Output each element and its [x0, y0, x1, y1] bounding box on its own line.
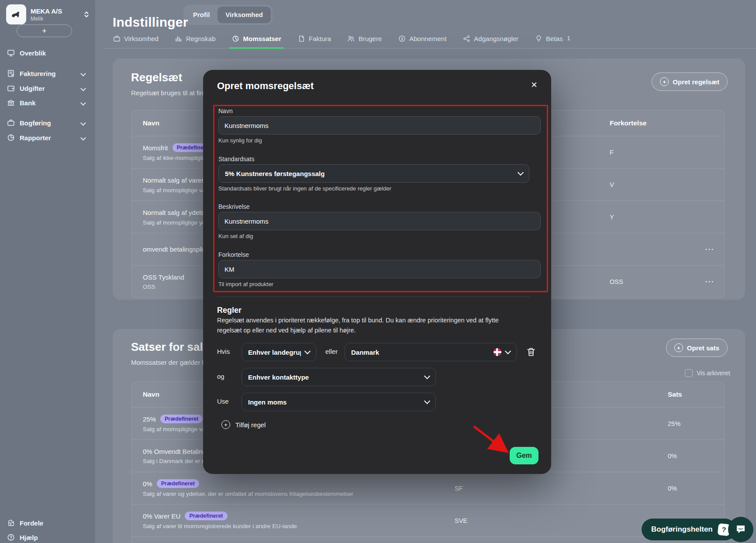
sidebar-item-hjaelp[interactable]: Hjælp	[7, 531, 90, 543]
dollar-circle-icon: $	[398, 35, 406, 42]
sidebar: MEKA A/S Melik + Overblik Fakturering Ud…	[0, 0, 95, 543]
denmark-flag-icon	[494, 348, 501, 356]
chevron-down-icon	[80, 71, 86, 76]
create-rate-label: Opret sats	[687, 344, 719, 352]
table-row[interactable]: 0%Prædefineret Salg af varer og ydelser,…	[131, 472, 724, 504]
sidebar-item-overblik[interactable]: Overblik	[7, 46, 90, 59]
column-navn: Navn	[131, 391, 159, 398]
row-name: 0%	[143, 480, 152, 488]
workspace-chevrons-icon	[84, 11, 89, 18]
plus-circle-icon: +	[660, 77, 669, 86]
delete-rule-trash-icon[interactable]	[526, 347, 536, 357]
sidebar-item-bogfoering[interactable]: Bogføring	[7, 116, 90, 129]
create-new-button[interactable]: +	[17, 24, 72, 37]
chevron-down-icon	[80, 86, 86, 91]
help-circle-icon	[7, 533, 15, 542]
close-icon[interactable]: ×	[528, 77, 540, 93]
tab-adgangsnoegler[interactable]: Adgangsnøgler	[463, 29, 518, 48]
show-archived-toggle[interactable]: Vis arkiveret	[685, 369, 730, 377]
plus-circle-icon: +	[674, 343, 683, 352]
predefined-badge: Prædefineret	[185, 512, 227, 520]
row-name: 25%	[143, 415, 156, 423]
bookkeeping-helper-label: Bogføringshelten	[651, 525, 713, 534]
tab-momssatser[interactable]: Momssatser	[231, 29, 281, 48]
tab-regnskab[interactable]: Regnskab	[175, 29, 216, 48]
row-menu-button[interactable]: ···	[705, 266, 715, 297]
contact-type-value: Enhver kontakttype	[248, 374, 421, 381]
tab-faktura[interactable]: Faktura	[297, 29, 331, 48]
table-row[interactable]: 0% Varer EUPrædefineret Salg af varer ti…	[131, 504, 724, 536]
row-menu-button[interactable]: ···	[705, 233, 715, 265]
sidebar-item-label: Bank	[20, 99, 81, 107]
sidebar-item-fakturering[interactable]: Fakturering	[7, 67, 90, 80]
sidebar-item-bank[interactable]: Bank	[7, 96, 90, 109]
create-rate-button[interactable]: + Opret sats	[666, 339, 728, 357]
section-subtitle: Momssatser der gælder fo	[131, 359, 207, 366]
sidebar-item-fordele[interactable]: Fordele	[7, 516, 90, 529]
row-name: Normalt salg af ydelser	[143, 209, 210, 216]
row-rate: 0%	[668, 472, 677, 504]
column-forkortelse: Forkortelse	[610, 111, 646, 136]
use-label: Use	[217, 398, 229, 405]
settings-scope-toggle: Profil Virksomhed	[183, 5, 273, 25]
tab-label: Abonnement	[409, 35, 446, 42]
show-archived-checkbox[interactable]	[685, 369, 693, 377]
pie-chart-icon	[231, 35, 239, 42]
wallet-icon	[7, 84, 15, 93]
sidebar-item-rapporter[interactable]: Rapporter	[7, 131, 90, 144]
workspace-switcher[interactable]: MEKA A/S Melik	[6, 3, 90, 25]
create-ruleset-button[interactable]: + Opret regelsæt	[652, 73, 728, 91]
bank-icon	[7, 98, 15, 107]
user-name: Melik	[31, 16, 82, 22]
description-input[interactable]	[218, 212, 541, 230]
sidebar-item-udgifter[interactable]: Udgifter	[7, 82, 90, 95]
row-name: 0% Varer EU	[143, 512, 180, 520]
predefined-badge: Prædefineret	[157, 479, 199, 488]
name-label: Navn	[218, 107, 233, 114]
settings-tabs: Virksomhed Regnskab Momssatser Faktura B…	[105, 29, 756, 48]
contact-type-dropdown[interactable]: Enhver kontakttype	[242, 368, 436, 386]
tab-brugere[interactable]: Brugere	[347, 29, 382, 48]
briefcase-icon	[7, 118, 15, 127]
chat-widget-button[interactable]	[728, 517, 753, 542]
beta-count-badge: 1	[567, 35, 570, 42]
and-label: og	[217, 373, 224, 380]
company-name: MEKA A/S	[31, 7, 82, 15]
or-label: eller	[325, 348, 338, 355]
country-group-dropdown[interactable]: Enhver landegrup...	[242, 343, 316, 361]
section-title: Regelsæt	[131, 71, 182, 84]
bar-chart-icon	[175, 35, 183, 42]
sidebar-item-label: Bogføring	[20, 119, 81, 127]
country-dropdown[interactable]: Danmark	[345, 343, 517, 361]
bookkeeping-helper-button[interactable]: Bogføringshelten ?	[642, 519, 736, 540]
tab-virksomhed[interactable]: Virksomhed	[113, 29, 159, 48]
invoice-icon	[7, 69, 15, 78]
create-ruleset-label: Opret regelsæt	[673, 78, 719, 86]
default-rate-select[interactable]: 5% Kunstneres førstegangssalg	[218, 164, 529, 183]
tab-label: Regnskab	[186, 35, 216, 42]
plus-circle-icon: +	[221, 420, 230, 429]
chevron-down-icon	[80, 100, 86, 106]
tab-betas[interactable]: Betas 1	[535, 29, 570, 48]
description-helper: Kun set af dig	[218, 233, 253, 239]
tab-abonnement[interactable]: $ Abonnement	[398, 29, 446, 48]
default-rate-label: Standardsats	[218, 156, 255, 163]
vat-rate-dropdown[interactable]: Ingen moms	[242, 393, 436, 411]
abbreviation-input[interactable]	[218, 260, 541, 278]
column-navn: Navn	[131, 119, 159, 127]
lightbulb-icon	[535, 35, 542, 42]
toggle-profil[interactable]: Profil	[185, 7, 217, 23]
annotation-arrow	[469, 423, 513, 457]
default-rate-value: 5% Kunstneres førstegangssalg	[225, 170, 518, 177]
rules-description: Regelsæt anvendes i prioriteret rækkeføl…	[217, 315, 508, 335]
tab-label: Betas	[546, 35, 563, 42]
row-abbreviation: V	[610, 169, 614, 201]
chevron-down-icon	[518, 169, 524, 176]
save-button[interactable]: Gem	[510, 447, 539, 464]
add-rule-button[interactable]: + Tilføj regel	[221, 420, 266, 429]
monitor-icon	[7, 48, 15, 57]
row-name: OSS Tyskland	[143, 273, 184, 281]
toggle-virksomhed[interactable]: Virksomhed	[217, 7, 271, 23]
table-row[interactable]: 0% Ydelser i EUPrædefineret	[131, 536, 724, 543]
name-input[interactable]	[218, 116, 541, 135]
